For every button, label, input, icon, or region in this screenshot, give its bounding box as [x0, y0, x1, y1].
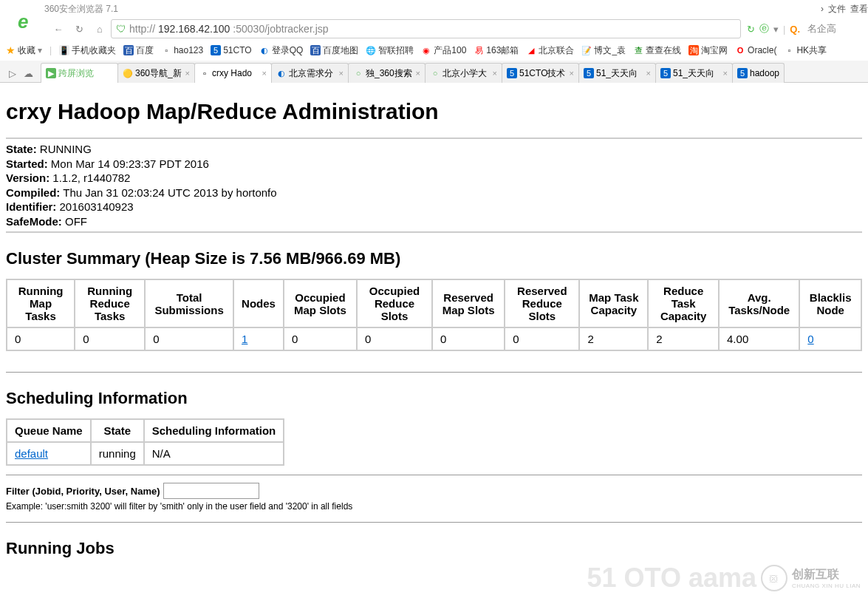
menu-file[interactable]: 文件 [828, 3, 846, 16]
th-occ-reduce: Occupied Reduce Slots [357, 279, 432, 327]
watermark-logo-icon: ⦻ [761, 565, 787, 574]
bookmark-item[interactable]: 551CTO [211, 45, 251, 55]
th-sched-info: Scheduling Information [144, 419, 284, 442]
th-map-cap: Map Task Capacity [579, 279, 648, 327]
url-host: 192.168.42.100 [158, 23, 230, 35]
tab-51-daily1[interactable]: 551_天天向× [578, 63, 656, 83]
url-path: :50030/jobtracker.jsp [233, 23, 328, 35]
bookmark-fav[interactable]: ★收藏▾ [6, 44, 42, 57]
home-button[interactable]: ⌂ [90, 19, 109, 38]
shield-icon: 🛡 [116, 23, 126, 35]
blacklist-link[interactable]: 0 [807, 333, 813, 345]
table-row: default running N/A [7, 442, 284, 465]
bookmark-item[interactable]: ◢北京联合 [526, 44, 574, 57]
bookmark-item[interactable]: 📱手机收藏夹 [59, 44, 116, 57]
filter-label: Filter (Jobid, Priority, User, Name) [6, 486, 160, 497]
bookmark-item[interactable]: ▫hao123 [161, 45, 203, 55]
status-block: State: RUNNING Started: Mon Mar 14 09:23… [6, 142, 862, 228]
bookmark-item[interactable]: ◐登录QQ [259, 44, 304, 57]
th-res-reduce: Reserved Reduce Slots [505, 279, 579, 327]
close-icon[interactable]: × [416, 69, 420, 78]
dropdown-icon[interactable]: ▾ [773, 24, 779, 35]
bookmark-item[interactable]: ◉产品100 [421, 44, 466, 57]
tab-bj-primary[interactable]: ○北京小学大× [425, 63, 502, 83]
close-icon[interactable]: × [185, 69, 190, 78]
divider [6, 522, 862, 523]
cloud-icon[interactable]: ☁ [24, 68, 33, 79]
close-icon[interactable]: × [570, 69, 574, 78]
tab-360search[interactable]: ○独_360搜索× [348, 63, 426, 83]
th-queue: Queue Name [7, 419, 91, 442]
close-icon[interactable]: × [262, 69, 267, 78]
tab-360nav[interactable]: 🟡360导航_新× [117, 63, 195, 83]
url-scheme: http:// [129, 23, 155, 35]
bookmark-item[interactable]: 百百度 [123, 44, 154, 57]
bookmark-item[interactable]: 淘淘宝网 [688, 44, 728, 57]
bookmark-item[interactable]: 查查查在线 [633, 44, 681, 57]
reload-button[interactable]: ↻ [69, 19, 89, 38]
tab-hadoop[interactable]: 5hadoop [732, 63, 785, 83]
queue-link[interactable]: default [15, 447, 48, 460]
close-icon[interactable]: × [339, 69, 344, 78]
th-res-map: Reserved Map Slots [432, 279, 505, 327]
back-button[interactable]: ← [49, 19, 68, 38]
scheduling-table: Queue Name State Scheduling Information … [6, 418, 284, 466]
th-running-reduce: Running Reduce Tasks [75, 279, 145, 327]
browser-logo: e [6, 3, 38, 35]
running-jobs-heading: Running Jobs [6, 539, 862, 558]
cluster-summary-table: Running Map Tasks Running Reduce Tasks T… [6, 279, 862, 351]
filter-example: Example: 'user:smith 3200' will filter b… [6, 501, 862, 512]
bookmark-item[interactable]: OOracle( [735, 45, 776, 55]
scheduling-heading: Scheduling Information [6, 389, 862, 408]
bookmark-bar: ★收藏▾ | 📱手机收藏夹 百百度 ▫hao123 551CTO ◐登录QQ 百… [0, 40, 868, 61]
tab-bj-demand[interactable]: ◐北京需求分× [271, 63, 349, 83]
bookmark-item[interactable]: ▫HK共享 [784, 44, 827, 57]
address-input[interactable]: 🛡 http://192.168.42.100:50030/jobtracker… [111, 19, 741, 38]
chevron-right-icon: › [821, 4, 824, 14]
refresh-icon[interactable]: ↻ [747, 24, 755, 35]
bookmark-item[interactable]: 🌐智联招聘 [366, 44, 414, 57]
th-running-map: Running Map Tasks [7, 279, 75, 327]
bookmark-item[interactable]: 易163邮箱 [474, 44, 519, 57]
th-blacklist: Blacklis Node [799, 279, 861, 327]
bookmark-item[interactable]: 📝博文_袁 [581, 44, 626, 57]
menu-view[interactable]: 查看 [850, 3, 868, 16]
address-bar-row: ← ↻ ⌂ 🛡 http://192.168.42.100:50030/jobt… [0, 18, 868, 40]
th-reduce-cap: Reduce Task Capacity [648, 279, 719, 327]
search-engine-icon[interactable]: Q. [790, 24, 800, 35]
th-total-subs: Total Submissions [145, 279, 233, 327]
star-icon: ★ [6, 44, 16, 56]
divider [6, 372, 862, 373]
divider [6, 475, 862, 475]
th-nodes: Nodes [233, 279, 284, 327]
globe-icon[interactable]: ⓔ [759, 22, 769, 35]
cluster-summary-heading: Cluster Summary (Heap Size is 7.56 MB/96… [6, 249, 862, 268]
th-occ-map: Occupied Map Slots [284, 279, 357, 327]
tab-crxy-hadoop[interactable]: ▫crxy Hado× [194, 63, 272, 83]
page-title: crxy Hadoop Map/Reduce Administration [6, 99, 862, 124]
filter-row: Filter (Jobid, Priority, User, Name) [6, 483, 862, 499]
page-content: crxy Hadoop Map/Reduce Administration St… [0, 83, 868, 574]
window-title: 360安全浏览器 7.1 [44, 3, 118, 16]
nodes-link[interactable]: 1 [242, 333, 247, 345]
filter-input[interactable] [163, 483, 259, 499]
divider [6, 231, 862, 233]
tab-51-daily2[interactable]: 551_天天向× [655, 63, 733, 83]
search-input[interactable]: 名企高 [804, 19, 864, 38]
close-icon[interactable]: × [493, 69, 497, 78]
close-icon[interactable]: × [646, 69, 651, 78]
titlebar: 360安全浏览器 7.1 › 文件 查看 [0, 0, 868, 18]
close-icon[interactable]: × [723, 69, 728, 78]
th-state: State [91, 419, 144, 442]
divider [6, 137, 862, 139]
tab-bar: ▷ ☁ ▶跨屏浏览 🟡360导航_新× ▫crxy Hado× ◐北京需求分× … [0, 61, 868, 83]
th-avg-tasks: Avg. Tasks/Node [719, 279, 799, 327]
bookmark-item[interactable]: 百百度地图 [310, 44, 358, 57]
play-icon[interactable]: ▷ [9, 68, 16, 79]
tab-51cto-tech[interactable]: 551CTO技术× [502, 63, 579, 83]
watermark: 51 OTO aama ⦻ 创新互联 CHUANG XIN HU LIAN [587, 563, 861, 574]
tab-crossscreen[interactable]: ▶跨屏浏览 [41, 63, 118, 83]
table-row: 0 0 0 1 0 0 0 0 2 2 4.00 0 [7, 327, 861, 350]
